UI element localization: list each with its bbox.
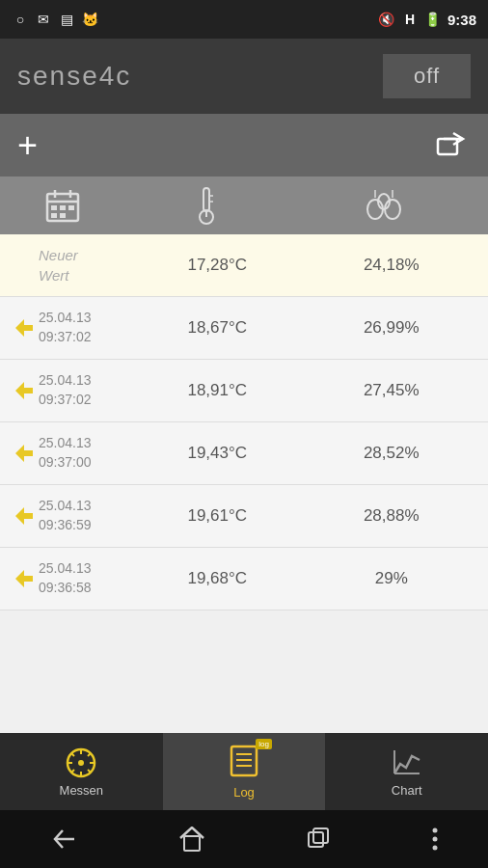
table-row: 25.04.1309:36:5819,68°C29%: [0, 548, 488, 610]
svg-marker-20: [15, 382, 33, 399]
svg-rect-6: [51, 205, 57, 210]
more-icon: [432, 827, 438, 851]
nav-item-log[interactable]: log Log: [163, 733, 326, 810]
cat-icon: 🐱: [81, 11, 98, 28]
row-date: 25.04.1309:36:59: [39, 497, 130, 534]
svg-rect-41: [184, 836, 200, 851]
svg-line-30: [71, 753, 74, 756]
column-headers: [0, 176, 488, 234]
status-bar: ○ ✉ ▤ 🐱 🔇 H 🔋 9:38: [0, 0, 488, 39]
row-humid: 28,88%: [305, 506, 479, 526]
table-row: 25.04.1309:36:5919,61°C28,88%: [0, 485, 488, 548]
time-display: 9:38: [447, 12, 476, 28]
back-icon: [51, 828, 78, 850]
row-date: 25.04.1309:37:02: [39, 309, 130, 346]
arrow-icon: [14, 568, 35, 589]
svg-rect-8: [68, 205, 74, 210]
row-arrow-icon: [10, 380, 39, 401]
temp-column-header: [116, 186, 297, 225]
signal-icon: H: [401, 11, 419, 28]
row-arrow-icon: [10, 568, 39, 589]
home-icon: [179, 827, 204, 852]
date-column-header: [10, 188, 116, 223]
back-button[interactable]: [51, 828, 78, 850]
row-temp: 19,43°C: [130, 444, 305, 463]
svg-line-32: [71, 770, 74, 773]
sd-icon: ▤: [58, 11, 75, 28]
table-row: 25.04.1309:37:0218,67°C26,99%: [0, 297, 488, 360]
svg-rect-9: [51, 213, 57, 218]
log-label: Log: [233, 785, 255, 800]
recents-icon: [306, 827, 331, 852]
header: sense4c off: [0, 39, 488, 114]
row-temp: 18,67°C: [130, 318, 305, 338]
nav-item-chart[interactable]: Chart: [325, 733, 488, 810]
svg-rect-11: [203, 188, 209, 211]
mute-icon: 🔇: [378, 11, 395, 28]
arrow-icon: [14, 317, 35, 339]
svg-rect-43: [313, 828, 328, 843]
messen-label: Messen: [60, 783, 104, 798]
date-text: 25.04.1309:37:00: [39, 434, 130, 472]
arrow-icon: [14, 380, 35, 401]
home-button[interactable]: [179, 827, 204, 852]
svg-line-31: [88, 753, 91, 756]
drops-icon: [364, 188, 412, 223]
svg-rect-0: [438, 139, 457, 154]
row-temp: 19,61°C: [130, 506, 305, 526]
date-text: 25.04.1309:37:02: [39, 309, 130, 346]
svg-marker-19: [15, 319, 33, 337]
new-label: NeuerWert: [39, 245, 130, 285]
recents-button[interactable]: [306, 827, 331, 852]
row-temp: 17,28°C: [130, 256, 305, 275]
row-humid: 29%: [305, 569, 479, 588]
bottom-nav: Messen log Log Chart: [0, 733, 488, 810]
row-temp: 18,91°C: [130, 381, 305, 400]
row-arrow-icon: [10, 317, 39, 339]
log-badge: log: [256, 739, 272, 749]
log-icon: [228, 745, 260, 777]
thermometer-icon: [197, 186, 216, 225]
row-date: NeuerWert: [39, 245, 130, 285]
arrow-icon: [14, 505, 35, 527]
svg-rect-7: [60, 205, 66, 210]
app-logo: sense4c: [17, 61, 131, 92]
add-button[interactable]: +: [17, 125, 38, 166]
svg-marker-21: [15, 445, 33, 462]
svg-rect-10: [60, 213, 66, 218]
circle-icon: ○: [12, 11, 29, 28]
row-humid: 26,99%: [305, 318, 479, 338]
logo-text: sense4c: [17, 61, 131, 91]
nav-item-messen[interactable]: Messen: [0, 733, 163, 810]
messen-icon: [65, 746, 97, 779]
row-temp: 19,68°C: [130, 569, 305, 588]
date-text: 25.04.1309:36:58: [39, 559, 130, 597]
status-left-icons: ○ ✉ ▤ 🐱: [12, 11, 98, 28]
table-row: 25.04.1309:37:0218,91°C27,45%: [0, 360, 488, 422]
arrow-icon: [14, 443, 35, 464]
svg-marker-23: [15, 570, 33, 587]
svg-point-45: [432, 837, 437, 842]
share-button[interactable]: [436, 131, 471, 160]
battery-icon: 🔋: [424, 11, 442, 28]
date-text: 25.04.1309:36:59: [39, 497, 130, 534]
svg-point-44: [432, 828, 437, 833]
row-date: 25.04.1309:37:00: [39, 434, 130, 472]
date-text: 25.04.1309:37:02: [39, 371, 130, 409]
svg-point-17: [385, 200, 400, 219]
row-humid: 27,45%: [305, 381, 479, 400]
humidity-column-header: [297, 188, 478, 223]
chart-icon: [391, 746, 423, 779]
svg-point-16: [367, 200, 383, 219]
share-icon: [436, 131, 471, 160]
more-button[interactable]: [432, 827, 438, 851]
row-humid: 24,18%: [305, 256, 479, 275]
svg-line-33: [88, 770, 91, 773]
status-right-icons: 🔇 H 🔋 9:38: [378, 11, 476, 28]
off-button[interactable]: off: [383, 54, 471, 98]
system-nav-bar: [0, 810, 488, 868]
calendar-icon: [45, 188, 80, 223]
row-date: 25.04.1309:36:58: [39, 559, 130, 597]
gmail-icon: ✉: [35, 11, 52, 28]
row-arrow-icon: [10, 443, 39, 464]
